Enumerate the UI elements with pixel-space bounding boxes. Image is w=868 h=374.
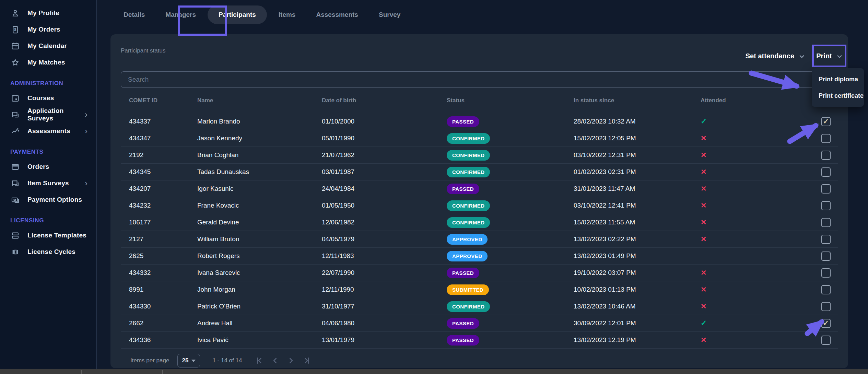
tab-items[interactable]: Items xyxy=(268,11,306,19)
cell-in-status-since: 28/02/2023 10:32 AM xyxy=(574,118,701,125)
svg-text:$: $ xyxy=(14,27,16,32)
sidebar-item-my-calendar[interactable]: My Calendar xyxy=(0,38,96,54)
cell-select xyxy=(814,218,838,227)
cell-attended: ✕ xyxy=(701,218,814,226)
sidebar-item-orders[interactable]: Orders xyxy=(0,159,96,175)
sidebar-item-item-surveys[interactable]: Item Surveys› xyxy=(0,175,96,191)
sidebar-item-assessments[interactable]: Assessments› xyxy=(0,123,96,139)
first-page-button[interactable] xyxy=(254,355,265,366)
attended-cross-icon: ✕ xyxy=(701,168,707,176)
table-header-row: COMET IDNameDate of birthStatusIn status… xyxy=(121,88,838,113)
credit-card-icon xyxy=(10,162,20,172)
sidebar-item-payment-options[interactable]: Payment Options xyxy=(0,191,96,208)
last-page-button[interactable] xyxy=(302,355,312,366)
attended-cross-icon: ✕ xyxy=(701,134,707,142)
cell-date-of-birth: 12/11/1990 xyxy=(322,286,447,293)
taskbar-separator xyxy=(162,370,163,374)
cell-date-of-birth: 13/01/1979 xyxy=(322,336,447,344)
cell-status: PASSED xyxy=(447,116,574,127)
status-badge: CONFIRMED xyxy=(447,200,490,211)
sidebar-item-my-orders[interactable]: $My Orders xyxy=(0,21,96,38)
cell-select xyxy=(814,134,838,143)
banknote-icon xyxy=(10,195,20,204)
row-checkbox[interactable] xyxy=(821,167,831,177)
search-input[interactable] xyxy=(121,71,838,88)
previous-page-button[interactable] xyxy=(270,355,280,366)
sidebar-item-label: Application Surveys xyxy=(27,107,85,122)
cell-attended: ✓ xyxy=(701,319,814,328)
attended-cross-icon: ✕ xyxy=(701,285,707,293)
attended-check-icon: ✓ xyxy=(701,117,707,126)
cell-attended: ✕ xyxy=(701,336,814,344)
sidebar-item-application-surveys[interactable]: Application Surveys› xyxy=(0,106,96,123)
cell-name: Marlon Brando xyxy=(197,118,322,125)
invoice-icon: $ xyxy=(10,25,20,34)
attended-cross-icon: ✕ xyxy=(701,269,707,277)
chevron-down-icon xyxy=(799,53,805,59)
page-size-value: 25 xyxy=(182,357,188,364)
page-range-text: 1 - 14 of 14 xyxy=(212,357,242,364)
cell-date-of-birth: 05/01/1990 xyxy=(322,135,447,142)
row-checkbox[interactable] xyxy=(821,184,831,194)
cell-attended: ✕ xyxy=(701,201,814,210)
row-checkbox[interactable] xyxy=(821,268,831,278)
cell-in-status-since: 15/02/2023 12:05 PM xyxy=(574,135,701,142)
cell-in-status-since: 03/10/2022 12:31 PM xyxy=(574,151,701,159)
table-toolbar: Set attendance Print xyxy=(746,45,846,67)
print-dropdown-menu: Print diplomaPrint certificate xyxy=(812,68,864,107)
set-attendance-button[interactable]: Set attendance xyxy=(746,52,805,60)
sidebar-item-label: My Calendar xyxy=(27,42,67,50)
menu-item-print-diploma[interactable]: Print diploma xyxy=(812,71,864,87)
cell-in-status-since: 31/01/2023 11:47 AM xyxy=(574,185,701,192)
chevron-right-icon: › xyxy=(85,110,87,119)
annotation-box-print-button: Print xyxy=(812,45,846,67)
cell-in-status-since: 19/10/2022 03:07 PM xyxy=(574,269,701,277)
cell-in-status-since: 03/10/2022 12:41 PM xyxy=(574,202,701,209)
chat-icon xyxy=(10,178,20,188)
row-checkbox[interactable] xyxy=(821,319,831,328)
sidebar-item-label: License Templates xyxy=(27,232,86,239)
row-checkbox[interactable] xyxy=(821,218,831,227)
participant-status-input[interactable] xyxy=(121,55,484,65)
cell-date-of-birth: 04/06/1980 xyxy=(322,319,447,327)
sidebar-item-license-templates[interactable]: License Templates xyxy=(0,227,96,244)
sidebar-item-license-cycles[interactable]: License Cycles xyxy=(0,244,96,260)
tab-details[interactable]: Details xyxy=(113,11,155,19)
cell-select xyxy=(814,336,838,345)
row-checkbox[interactable] xyxy=(821,134,831,143)
table-row: 434332Ivana Sarcevic22/07/1990PASSED19/1… xyxy=(121,265,838,281)
cell-comet-id: 434330 xyxy=(129,303,197,310)
tab-managers[interactable]: Managers xyxy=(155,11,206,19)
cell-name: Gerald Devine xyxy=(197,219,322,226)
cell-attended: ✕ xyxy=(701,285,814,294)
table-row: 2192Brian Coghlan21/07/1962CONFIRMED03/1… xyxy=(121,147,838,164)
tab-survey[interactable]: Survey xyxy=(368,11,411,19)
status-badge: PASSED xyxy=(447,184,479,194)
sidebar-item-my-matches[interactable]: My Matches xyxy=(0,54,96,71)
cell-comet-id: 2127 xyxy=(129,235,197,243)
sidebar-item-courses[interactable]: Courses xyxy=(0,90,96,106)
columns-icon xyxy=(10,247,20,257)
row-checkbox[interactable] xyxy=(821,117,831,126)
status-badge: APPROVED xyxy=(447,251,488,261)
row-checkbox[interactable] xyxy=(821,302,831,311)
cell-in-status-since: 30/09/2022 12:01 PM xyxy=(574,319,701,327)
sidebar-item-my-profile[interactable]: My Profile xyxy=(0,5,96,21)
tab-participants[interactable]: Participants xyxy=(208,5,267,24)
menu-item-print-certificate[interactable]: Print certificate xyxy=(812,87,864,104)
status-badge: CONFIRMED xyxy=(447,217,490,228)
row-checkbox[interactable] xyxy=(821,285,831,294)
user-icon xyxy=(10,8,20,18)
row-checkbox[interactable] xyxy=(821,201,831,210)
cell-name: Robert Rogers xyxy=(197,252,322,260)
select-arrow-icon xyxy=(191,360,196,362)
row-checkbox[interactable] xyxy=(821,336,831,345)
sidebar-item-label: Orders xyxy=(27,163,49,171)
row-checkbox[interactable] xyxy=(821,235,831,244)
next-page-button[interactable] xyxy=(286,355,296,366)
row-checkbox[interactable] xyxy=(821,151,831,160)
print-button[interactable]: Print xyxy=(816,52,842,60)
tab-assessments[interactable]: Assessments xyxy=(306,11,368,19)
row-checkbox[interactable] xyxy=(821,252,831,261)
page-size-select[interactable]: 25 xyxy=(177,354,200,367)
